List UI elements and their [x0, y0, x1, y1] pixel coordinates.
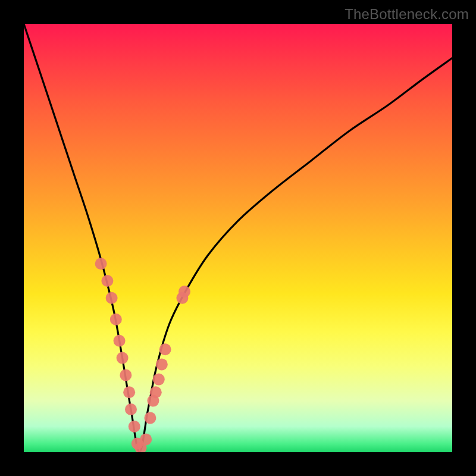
data-point	[150, 386, 162, 398]
plot-area	[24, 24, 452, 452]
watermark-text: TheBottleneck.com	[345, 6, 469, 23]
data-point	[140, 433, 152, 445]
data-point	[123, 386, 135, 398]
data-point	[159, 343, 171, 355]
curve-layer	[24, 24, 452, 452]
data-point	[125, 403, 137, 415]
data-point	[117, 352, 129, 364]
marker-group	[95, 258, 190, 452]
data-point	[153, 374, 165, 386]
data-point	[110, 314, 122, 325]
data-point	[95, 258, 107, 270]
data-point	[178, 286, 190, 298]
data-point	[129, 421, 140, 433]
data-point	[144, 412, 156, 424]
data-point	[101, 275, 113, 287]
data-point	[156, 358, 168, 370]
outer-frame: TheBottleneck.com	[0, 0, 476, 476]
data-point	[106, 292, 118, 304]
data-point	[120, 369, 131, 381]
bottleneck-curve	[24, 24, 452, 452]
data-point	[114, 335, 126, 347]
